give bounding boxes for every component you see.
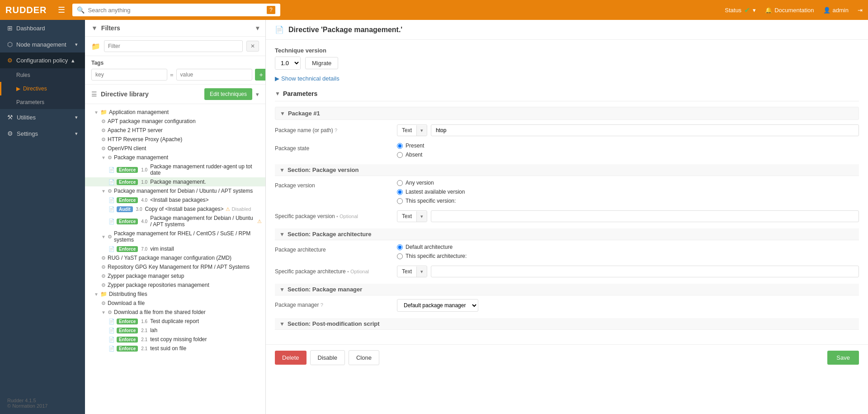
- help-icon[interactable]: ?: [335, 128, 337, 133]
- radio-specific-arch[interactable]: This specific architecture:: [397, 253, 467, 259]
- sidebar-item-rules[interactable]: Rules: [0, 68, 85, 82]
- tree-doc-icon: 📄: [108, 319, 115, 324]
- menu-icon[interactable]: ☰: [58, 5, 65, 15]
- pkg-manager-section-header[interactable]: ▼ Section: Package manager: [275, 284, 859, 295]
- radio-latest-version-input[interactable]: [397, 189, 403, 195]
- filters-chevron-icon[interactable]: ▾: [256, 24, 259, 32]
- tags-add-button[interactable]: +: [255, 69, 266, 81]
- pkg-chevron-icon: ▼: [280, 110, 285, 117]
- radio-present[interactable]: Present: [397, 143, 424, 149]
- tree-zypper[interactable]: ⚙ Zypper package manager setup: [85, 271, 265, 281]
- sidebar-section-config-policy[interactable]: ⚙ Configuration policy ▴: [0, 52, 85, 68]
- radio-specific-version[interactable]: This specific version:: [397, 198, 465, 204]
- filter-clear-button[interactable]: ✕: [246, 41, 259, 52]
- tree-repo-gpg[interactable]: ⚙ Repository GPG Key Management for RPM …: [85, 262, 265, 271]
- edit-techniques-button[interactable]: Edit techniques: [204, 88, 252, 100]
- tree-openvpn[interactable]: ⚙ OpenVPN client: [85, 144, 265, 153]
- pkg-arch-section-header[interactable]: ▼ Section: Package architecture: [275, 228, 859, 240]
- show-technical-link[interactable]: ▶ Show technical details: [275, 75, 859, 82]
- tree-lah[interactable]: 📄 Enforce 2.1 lah: [85, 326, 265, 335]
- pkg-name-type-dropdown[interactable]: Text ▾: [397, 124, 427, 136]
- tree-copy-install-base[interactable]: 📄 Audit 3.0 Copy of <Install base packag…: [85, 205, 265, 214]
- migrate-button[interactable]: Migrate: [305, 57, 338, 69]
- disable-button[interactable]: Disable: [310, 350, 345, 365]
- tree-pkg-debian-directive[interactable]: 📄 Enforce 4.0 Package management for Deb…: [85, 214, 265, 229]
- tree-pkg-debian[interactable]: ▼ ⚙ Package management for Debian / Ubun…: [85, 186, 265, 195]
- status-label: Status: [725, 7, 741, 14]
- specific-arch-type-dropdown[interactable]: Text ▾: [397, 266, 427, 277]
- tree-install-base[interactable]: 📄 Enforce 4.0 <Install base packages>: [85, 195, 265, 205]
- tree-pkg-management-selected[interactable]: 📄 Enforce 1.0 Package management.: [85, 177, 265, 186]
- pkg-version-section-header[interactable]: ▼ Section: Package version: [275, 164, 859, 176]
- tree-pkg-rudder-agent[interactable]: 📄 Enforce 1.0 Package management rudder-…: [85, 162, 265, 177]
- pkg-name-input[interactable]: [431, 124, 859, 136]
- app-version: Rudder 4.1.5: [7, 398, 78, 403]
- tree-gear-icon: ⚙: [101, 282, 106, 288]
- tree-doc-icon: 📄: [108, 246, 115, 252]
- tree-zypper-repo[interactable]: ⚙ Zypper package repositories management: [85, 281, 265, 290]
- radio-default-arch-input[interactable]: [397, 244, 403, 250]
- radio-present-label: Present: [406, 143, 424, 149]
- topbar-logo: RUDDER: [5, 5, 47, 15]
- tags-value-input[interactable]: [176, 69, 252, 81]
- radio-absent[interactable]: Absent: [397, 152, 424, 158]
- tree-label: Package management rudder-agent up tot d…: [150, 163, 262, 176]
- tree-test-suid[interactable]: 📄 Enforce 2.1 test suid on file: [85, 344, 265, 353]
- lib-chevron-icon[interactable]: ▾: [256, 91, 259, 98]
- sidebar-item-node-management[interactable]: ⬡ Node management ▾: [0, 36, 85, 52]
- package-1-header[interactable]: ▼ Package #1: [275, 107, 859, 120]
- filter-input[interactable]: [104, 40, 243, 52]
- radio-specific-version-input[interactable]: [397, 198, 403, 204]
- badge-version: 4.0: [141, 219, 147, 224]
- tree-folder-distributing[interactable]: ▼ 📁 Distributing files: [85, 290, 265, 299]
- radio-latest-version[interactable]: Lastest available version: [397, 189, 465, 195]
- tree-vim-install[interactable]: 📄 Enforce 7.0 vim install: [85, 244, 265, 253]
- logout-button[interactable]: ⇥: [858, 7, 863, 14]
- tree-test-copy[interactable]: 📄 Enforce 2.1 test copy missing folder: [85, 335, 265, 344]
- sidebar-item-utilities[interactable]: ⚒ Utilities ▾: [0, 109, 85, 125]
- radio-default-arch[interactable]: Default architecture: [397, 244, 467, 250]
- radio-any-version-input[interactable]: [397, 180, 403, 186]
- tree-download-file[interactable]: ⚙ Download a file: [85, 299, 265, 308]
- tree-test-dup[interactable]: 📄 Enforce 1.6 Test duplicate report: [85, 317, 265, 326]
- tags-key-input[interactable]: [91, 69, 167, 81]
- sidebar-item-dashboard[interactable]: ⊞ Dashboard: [0, 20, 85, 36]
- tree-gear-icon: ⚙: [108, 234, 112, 240]
- sidebar-item-directives[interactable]: ▶ Directives: [0, 82, 85, 95]
- specific-version-input[interactable]: [431, 210, 859, 222]
- tree-folder-app-management[interactable]: ▼ 📁 Application management: [85, 108, 265, 117]
- save-button[interactable]: Save: [827, 351, 859, 365]
- pkg-manager-select[interactable]: Default package manager: [397, 299, 478, 312]
- pkg-state-control: Present Absent: [397, 143, 859, 158]
- tree-pkg-management[interactable]: ▼ ⚙ Package management: [85, 153, 265, 162]
- admin-link[interactable]: 👤 admin: [823, 7, 849, 14]
- tree-gear-icon: ⚙: [101, 128, 106, 133]
- parameters-section-toggle[interactable]: ▼ Parameters: [275, 86, 859, 101]
- radio-present-input[interactable]: [397, 143, 403, 149]
- radio-any-version[interactable]: Any version: [397, 180, 465, 186]
- tree-apt-pkg[interactable]: ⚙ APT package manager configuration: [85, 117, 265, 126]
- post-mod-section-header[interactable]: ▼ Section: Post-modification script: [275, 318, 859, 330]
- pkg-manager-help-icon[interactable]: ?: [321, 302, 323, 308]
- radio-specific-arch-input[interactable]: [397, 253, 403, 259]
- status-indicator[interactable]: Status ✔ ▾: [725, 6, 756, 14]
- tree-download-shared[interactable]: ▼ ⚙ Download a file from the shared fold…: [85, 308, 265, 317]
- specific-version-type-dropdown[interactable]: Text ▾: [397, 210, 427, 222]
- tree-apache2[interactable]: ⚙ Apache 2 HTTP server: [85, 126, 265, 135]
- tree-rug-yast[interactable]: ⚙ RUG / YaST package manager configurati…: [85, 253, 265, 262]
- tree-gear-icon: ⚙: [101, 255, 106, 261]
- key-icon[interactable]: ?: [266, 5, 276, 14]
- clone-button[interactable]: Clone: [349, 350, 379, 365]
- tree-pkg-rhel[interactable]: ▼ ⚙ Package management for RHEL / CentOS…: [85, 229, 265, 244]
- radio-absent-input[interactable]: [397, 152, 403, 158]
- version-dropdown[interactable]: 1.0: [275, 57, 300, 69]
- sidebar-item-settings[interactable]: ⚙ Settings ▾: [0, 125, 85, 142]
- search-input[interactable]: [88, 7, 263, 14]
- version-select[interactable]: 1.0: [275, 57, 301, 70]
- specific-arch-input[interactable]: [431, 266, 859, 277]
- documentation-link[interactable]: 🔔 Documentation: [765, 7, 814, 14]
- sidebar-item-parameters[interactable]: Parameters: [0, 95, 85, 109]
- tree-doc-icon: 📄: [108, 206, 115, 212]
- tree-http-proxy[interactable]: ⚙ HTTP Reverse Proxy (Apache): [85, 135, 265, 144]
- delete-button[interactable]: Delete: [275, 351, 307, 365]
